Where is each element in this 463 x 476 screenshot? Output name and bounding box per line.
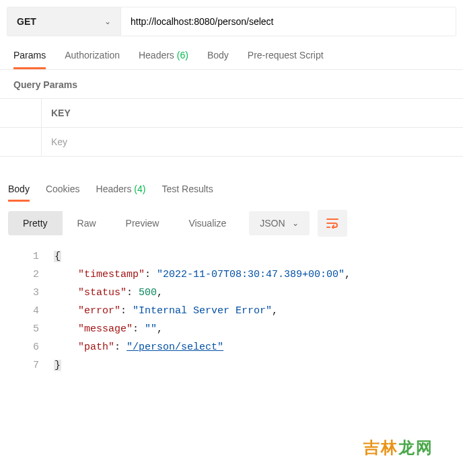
view-pretty-button[interactable]: Pretty [8, 211, 63, 235]
tab-headers[interactable]: Headers (6) [139, 50, 188, 69]
tab-authorization[interactable]: Authorization [65, 50, 120, 69]
query-key-input[interactable]: Key [42, 128, 463, 156]
response-tab-cookies[interactable]: Cookies [46, 184, 80, 202]
tab-params[interactable]: Params [13, 50, 46, 69]
view-preview-button[interactable]: Preview [111, 211, 174, 235]
view-mode-group: Pretty Raw Preview Visualize [8, 211, 241, 235]
query-checkbox-cell[interactable] [0, 128, 42, 156]
tab-prerequest[interactable]: Pre-request Script [248, 50, 324, 69]
line-number: 6 [0, 338, 54, 356]
line-number: 3 [0, 284, 54, 302]
query-key-header: KEY [42, 99, 463, 127]
response-tab-headers-label: Headers [96, 184, 132, 194]
line-number: 5 [0, 320, 54, 338]
response-tab-headers-count: (4) [134, 184, 145, 194]
line-number: 7 [0, 356, 54, 374]
view-visualize-button[interactable]: Visualize [174, 211, 241, 235]
wrap-icon [326, 218, 339, 229]
response-body-code[interactable]: 1{ 2 "timestamp": "2022-11-07T08:30:47.3… [0, 245, 463, 388]
format-label: JSON [260, 218, 285, 229]
line-number: 4 [0, 302, 54, 320]
chevron-down-icon: ⌄ [292, 219, 299, 228]
response-tab-body[interactable]: Body [8, 184, 30, 202]
chevron-down-icon: ⌄ [104, 17, 111, 26]
line-number: 2 [0, 266, 54, 284]
http-method-select[interactable]: GET ⌄ [7, 7, 121, 36]
wrap-lines-button[interactable] [318, 210, 347, 237]
line-number: 1 [0, 247, 54, 266]
query-checkbox-header [0, 99, 42, 127]
response-tab-test-results[interactable]: Test Results [162, 184, 213, 202]
tab-headers-count: (6) [177, 50, 188, 61]
query-params-label: Query Params [0, 70, 463, 98]
request-url-input[interactable] [121, 7, 456, 36]
format-select[interactable]: JSON ⌄ [249, 211, 309, 235]
view-raw-button[interactable]: Raw [63, 211, 111, 235]
tab-headers-label: Headers [139, 50, 174, 61]
response-tab-headers[interactable]: Headers (4) [96, 184, 146, 202]
http-method-label: GET [17, 16, 36, 27]
query-params-table: KEY Key [0, 98, 463, 157]
tab-body[interactable]: Body [207, 50, 229, 69]
